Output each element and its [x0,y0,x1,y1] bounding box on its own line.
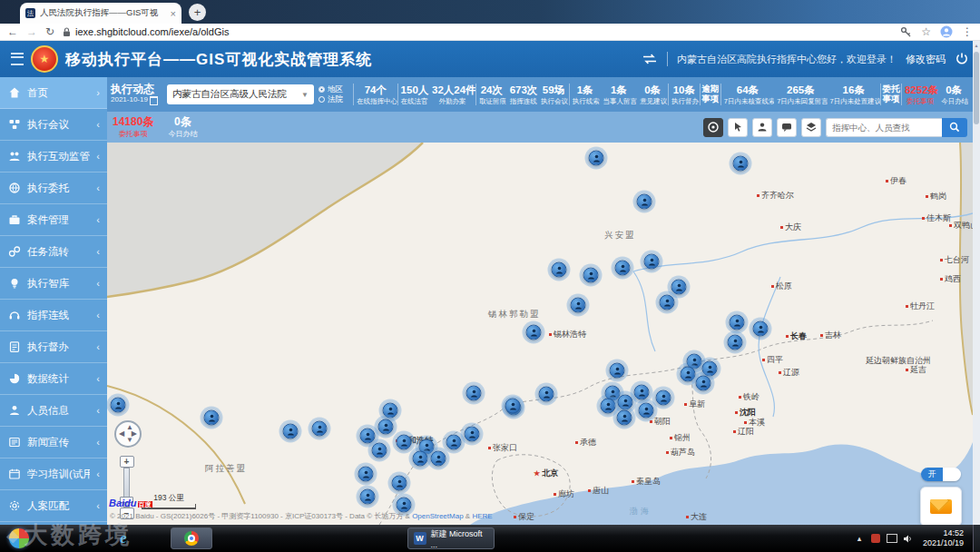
sidebar-item-training[interactable]: 学习培训(试用)‹ [0,458,107,490]
back-icon[interactable]: ← [7,26,18,37]
map-marker[interactable] [618,395,633,410]
sidebar-item-supervise[interactable]: 执行督办‹ [0,331,107,363]
map-marker[interactable] [639,403,654,419]
here-link[interactable]: HERE [472,512,492,520]
court-select[interactable]: 内蒙古自治区高级人民法院▼ [167,84,314,104]
ie-taskbar-icon[interactable]: e [120,529,127,547]
mail-button[interactable] [920,487,962,525]
map-marker[interactable] [397,435,412,450]
map-marker[interactable] [383,403,398,419]
radio-法院[interactable]: 法院 [318,94,353,104]
map-marker[interactable] [465,427,480,442]
sidebar-item-think[interactable]: 执行智库‹ [0,268,107,300]
map-marker[interactable] [505,399,521,414]
map-marker[interactable] [358,467,374,482]
scrollbar-thumb[interactable] [974,52,979,124]
map-marker[interactable] [378,419,394,435]
search-input[interactable] [826,118,942,137]
map-marker[interactable] [583,268,599,283]
forward-icon[interactable]: → [26,26,37,37]
map-marker[interactable] [644,254,660,270]
map-marker[interactable] [728,335,743,350]
show-desktop-button[interactable] [973,525,980,552]
sidebar-item-command[interactable]: 指挥连线‹ [0,300,107,331]
map-marker[interactable] [571,298,586,313]
map-marker[interactable] [730,315,745,330]
hidden-icons-arrow[interactable]: ▴ [854,533,865,544]
new-tab-button[interactable]: + [189,4,206,21]
volume-icon[interactable] [903,533,914,544]
map-marker[interactable] [615,261,631,276]
address-bar[interactable]: iexe.shgbitcloud.com/iexe/a/oldGis [63,26,892,37]
profile-avatar-icon[interactable] [940,25,953,38]
map-marker[interactable] [552,262,567,278]
map-canvas[interactable]: 锡林郭勒盟锡林浩特兴安盟齐齐哈尔伊春鹤岗佳木斯双鸭山大庆七台河鸡西松原牡丹江长春… [107,143,973,525]
power-icon[interactable] [955,52,969,66]
person-tool-button[interactable] [752,118,772,137]
tray-window-icon[interactable] [887,533,897,544]
map-marker[interactable] [753,321,769,337]
map-marker[interactable] [372,443,387,458]
browser-tab[interactable]: 法 人民法院执行指挥——GIS可视 × [20,3,181,24]
map-marker[interactable] [589,151,604,166]
search-button[interactable] [942,118,967,137]
chrome-taskbar-button[interactable] [171,527,212,549]
sidebar-item-home[interactable]: 首页› [0,77,107,109]
map-marker[interactable] [539,387,554,402]
map-marker[interactable] [634,385,650,400]
page-scrollbar[interactable]: ▲ [973,41,980,525]
map-marker[interactable] [656,390,671,406]
tab-close-icon[interactable]: × [171,8,176,19]
sidebar-item-task[interactable]: 任务流转‹ [0,236,107,268]
map-marker[interactable] [392,476,407,491]
select-tool-button[interactable] [728,118,748,137]
sidebar-item-delegate[interactable]: 执行委托‹ [0,172,107,204]
switch-system-icon[interactable] [642,54,658,64]
tray-app-icon[interactable] [870,533,881,544]
map-marker[interactable] [696,376,711,391]
map-marker[interactable] [413,451,428,467]
sidebar-item-news[interactable]: 新闻宣传‹ [0,427,107,458]
osm-link[interactable]: OpenStreetMap [412,512,463,520]
map-marker[interactable] [466,386,482,401]
bookmark-star-icon[interactable]: ☆ [921,26,931,37]
layers-tool-button[interactable] [801,118,821,137]
map-marker[interactable] [671,280,687,295]
sidebar-item-monitor[interactable]: 执行互动监管‹ [0,141,107,172]
map-marker[interactable] [637,194,652,210]
map-marker[interactable] [204,410,220,426]
message-tool-button[interactable] [777,118,797,137]
calendar-icon[interactable] [150,96,158,105]
map-marker[interactable] [610,363,625,379]
radio-地区[interactable]: 地区 [318,84,353,94]
map-marker[interactable] [360,429,376,444]
taskbar-clock[interactable]: 14:522021/10/19 [923,528,964,549]
refresh-icon[interactable]: ↻ [45,26,54,37]
map-marker[interactable] [526,325,542,340]
start-button[interactable] [9,528,29,548]
map-marker[interactable] [397,498,412,513]
map-marker[interactable] [431,451,446,467]
key-icon[interactable] [900,26,912,38]
sidebar-item-meeting[interactable]: 执行会议‹ [0,109,107,141]
map-marker[interactable] [446,435,462,450]
map-marker[interactable] [617,410,632,426]
scroll-up-icon[interactable]: ▲ [973,41,980,50]
zoom-in-button[interactable]: + [120,456,134,468]
map-marker[interactable] [660,295,675,310]
change-password-link[interactable]: 修改密码 [906,53,946,66]
street-view-tool-button[interactable] [703,118,723,137]
map-marker[interactable] [312,421,328,437]
sidebar-item-match[interactable]: 人案匹配‹ [0,490,107,522]
sidebar-item-case[interactable]: 案件管理‹ [0,204,107,236]
word-taskbar-button[interactable]: W 新建 Microsoft ... [407,527,495,549]
map-marker[interactable] [360,489,376,505]
sidebar-item-person[interactable]: 人员信息‹ [0,395,107,427]
map-pan-control[interactable]: ▲ ▼ ◀ ▶ [114,420,142,448]
map-marker[interactable] [283,424,299,439]
menu-dots-icon[interactable]: ⋮ [962,26,973,37]
map-marker[interactable] [111,398,126,413]
map-marker[interactable] [681,367,696,382]
map-marker[interactable] [601,399,616,414]
panel-toggle[interactable]: 开 [921,468,961,481]
